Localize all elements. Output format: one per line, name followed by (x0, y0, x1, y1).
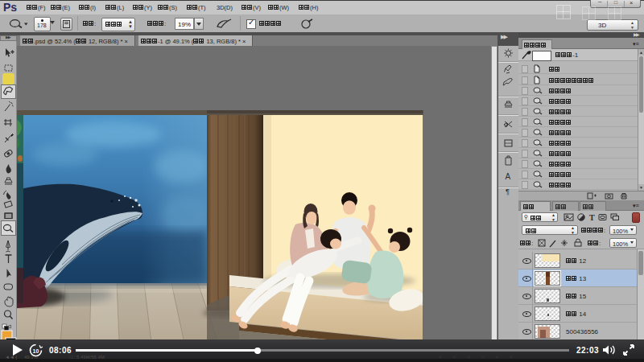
svg-text:A: A (506, 172, 511, 181)
svg-text:¶: ¶ (506, 187, 510, 195)
svg-text:T: T (589, 213, 595, 222)
svg-text:10: 10 (33, 348, 39, 354)
